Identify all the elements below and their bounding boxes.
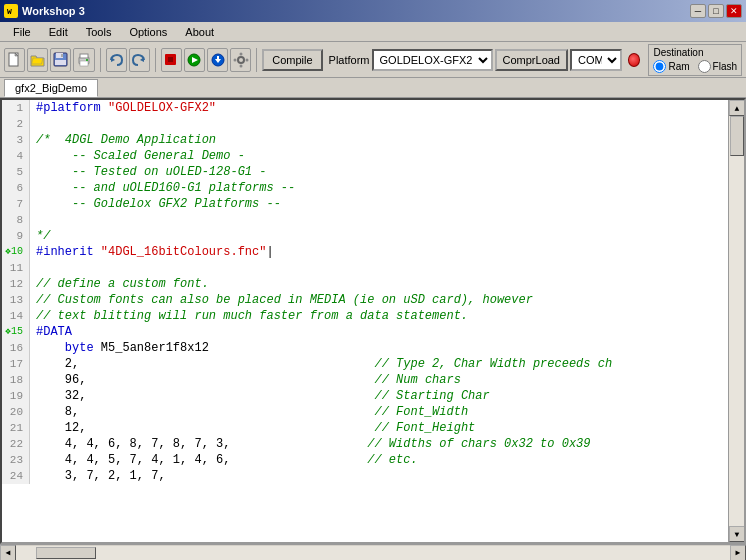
svg-point-23 (239, 64, 242, 67)
minimize-button[interactable]: ─ (690, 4, 706, 18)
hscroll-thumb[interactable] (36, 547, 96, 559)
line-content[interactable]: 96, // Num chars (30, 372, 728, 388)
platform-label: Platform (329, 54, 370, 66)
line-content[interactable]: #DATA (30, 324, 728, 340)
line-number: 24 (2, 468, 30, 484)
table-row: 7 -- Goldelox GFX2 Platforms -- (2, 196, 728, 212)
close-button[interactable]: ✕ (726, 4, 742, 18)
editor-lines: 1#platform "GOLDELOX-GFX2"2 3/* 4DGL Dem… (2, 100, 728, 484)
line-content[interactable]: 4, 4, 5, 7, 4, 1, 4, 6, // etc. (30, 452, 728, 468)
line-content[interactable]: 2, // Type 2, Char Width preceeds ch (30, 356, 728, 372)
scroll-thumb[interactable] (730, 116, 744, 156)
download-button[interactable] (207, 48, 228, 72)
redo-button[interactable] (129, 48, 150, 72)
com-select[interactable]: COM 1COM 2COM 3COM 4 (570, 49, 622, 71)
menu-options[interactable]: Options (120, 23, 176, 41)
table-row: 16 byte M5_5an8er1f8x12 (2, 340, 728, 356)
line-content[interactable]: -- and uOLED160-G1 platforms -- (30, 180, 728, 196)
scroll-track[interactable] (729, 116, 744, 526)
comprload-button[interactable]: ComprLoad (495, 49, 568, 71)
editor-scroll-area[interactable]: 1#platform "GOLDELOX-GFX2"2 3/* 4DGL Dem… (2, 100, 728, 542)
svg-point-21 (238, 57, 244, 63)
save-button[interactable] (50, 48, 71, 72)
line-number: ❖10 (2, 244, 30, 260)
line-content[interactable]: byte M5_5an8er1f8x12 (30, 340, 728, 356)
table-row: 3/* 4DGL Demo Application (2, 132, 728, 148)
print-button[interactable] (73, 48, 94, 72)
line-content[interactable]: 12, // Font_Height (30, 420, 728, 436)
line-number: 19 (2, 388, 30, 404)
svg-point-22 (239, 52, 242, 55)
destination-ram-radio[interactable] (653, 60, 666, 73)
destination-ram-label: Ram (668, 61, 689, 72)
line-content[interactable]: // text blitting will run much faster fr… (30, 308, 728, 324)
stop-button[interactable] (161, 48, 182, 72)
compile-button[interactable]: Compile (262, 49, 322, 71)
tab-gfx2-bigdemo[interactable]: gfx2_BigDemo (4, 79, 98, 97)
title-text: Workshop 3 (22, 5, 85, 17)
line-content[interactable]: */ (30, 228, 728, 244)
table-row: 11 (2, 260, 728, 276)
svg-rect-7 (55, 60, 66, 65)
menu-edit[interactable]: Edit (40, 23, 77, 41)
table-row: 19 32, // Starting Char (2, 388, 728, 404)
scroll-right-button[interactable]: ▶ (730, 545, 746, 561)
line-number: 1 (2, 100, 30, 116)
maximize-button[interactable]: □ (708, 4, 724, 18)
table-row: ❖10#inherit "4DGL_16bitColours.fnc"| (2, 244, 728, 260)
line-number: 4 (2, 148, 30, 164)
line-content[interactable]: -- Tested on uOLED-128-G1 - (30, 164, 728, 180)
line-content[interactable]: /* 4DGL Demo Application (30, 132, 728, 148)
table-row: 9*/ (2, 228, 728, 244)
line-content[interactable]: #inherit "4DGL_16bitColours.fnc"| (30, 244, 728, 260)
line-content[interactable]: #platform "GOLDELOX-GFX2" (30, 100, 728, 116)
new-button[interactable] (4, 48, 25, 72)
scroll-left-button[interactable]: ◀ (0, 545, 16, 561)
destination-flash-label: Flash (713, 61, 737, 72)
line-number: 11 (2, 260, 30, 276)
destination-ram-option[interactable]: Ram (653, 60, 689, 73)
line-content[interactable]: 8, // Font_Width (30, 404, 728, 420)
scroll-up-button[interactable]: ▲ (729, 100, 745, 116)
line-content[interactable]: 32, // Starting Char (30, 388, 728, 404)
line-content[interactable]: // define a custom font. (30, 276, 728, 292)
line-number: 18 (2, 372, 30, 388)
hscroll-track[interactable] (16, 546, 730, 560)
menu-tools[interactable]: Tools (77, 23, 121, 41)
line-number: 6 (2, 180, 30, 196)
tab-bar: gfx2_BigDemo (0, 78, 746, 98)
line-content[interactable] (30, 212, 728, 228)
svg-point-24 (233, 58, 236, 61)
table-row: 13// Custom fonts can also be placed in … (2, 292, 728, 308)
settings-button[interactable] (230, 48, 251, 72)
table-row: 6 -- and uOLED160-G1 platforms -- (2, 180, 728, 196)
table-row: 12// define a custom font. (2, 276, 728, 292)
vertical-scrollbar[interactable]: ▲ ▼ (728, 100, 744, 542)
undo-button[interactable] (106, 48, 127, 72)
editor-container: 1#platform "GOLDELOX-GFX2"2 3/* 4DGL Dem… (0, 98, 746, 544)
horizontal-scrollbar[interactable]: ◀ ▶ (0, 544, 746, 560)
line-number: 8 (2, 212, 30, 228)
play-button[interactable] (184, 48, 205, 72)
table-row: 17 2, // Type 2, Char Width preceeds ch (2, 356, 728, 372)
destination-title: Destination (653, 47, 737, 58)
table-row: 2 (2, 116, 728, 132)
menu-about[interactable]: About (176, 23, 223, 41)
table-row: 4 -- Scaled General Demo - (2, 148, 728, 164)
open-button[interactable] (27, 48, 48, 72)
menu-file[interactable]: File (4, 23, 40, 41)
line-content[interactable]: -- Goldelox GFX2 Platforms -- (30, 196, 728, 212)
line-content[interactable] (30, 260, 728, 276)
line-number: 20 (2, 404, 30, 420)
line-content[interactable]: 4, 4, 6, 8, 7, 8, 7, 3, // Widths of cha… (30, 436, 728, 452)
table-row: 18 96, // Num chars (2, 372, 728, 388)
line-content[interactable]: -- Scaled General Demo - (30, 148, 728, 164)
destination-flash-radio[interactable] (698, 60, 711, 73)
line-content[interactable] (30, 116, 728, 132)
toolbar: Compile Platform GOLDELOX-GFX2GOLDELOXPI… (0, 42, 746, 78)
line-content[interactable]: // Custom fonts can also be placed in ME… (30, 292, 728, 308)
platform-select[interactable]: GOLDELOX-GFX2GOLDELOXPICASODIABLO16 (372, 49, 493, 71)
destination-flash-option[interactable]: Flash (698, 60, 737, 73)
scroll-down-button[interactable]: ▼ (729, 526, 745, 542)
line-content[interactable]: 3, 7, 2, 1, 7, (30, 468, 728, 484)
